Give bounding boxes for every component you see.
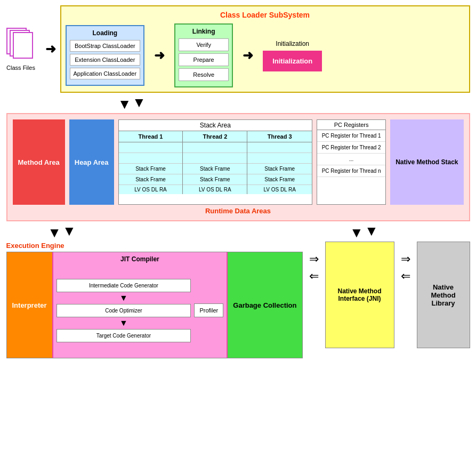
- arrow-up-2: ▲: [62, 226, 76, 239]
- ee-label: Execution Engine: [6, 242, 303, 250]
- loading-title: Loading: [70, 29, 141, 37]
- init-label: Initialization: [276, 40, 309, 47]
- class-files-icon: [6, 28, 36, 62]
- profiler: Profiler: [194, 303, 223, 317]
- resolve-item: Resolve: [179, 68, 229, 81]
- arrow-left-lib: ⇐: [401, 269, 410, 283]
- thread-2-empty-1: [183, 142, 247, 153]
- runtime-inner: Method Area Heap Area Stack Area Thread …: [13, 119, 464, 205]
- arrow-up-1: ▲: [132, 97, 146, 111]
- arrow-left-jni: ⇐: [309, 269, 319, 283]
- runtime-data-areas: Method Area Heap Area Stack Area Thread …: [6, 113, 470, 221]
- down-up-arrows-2: ▼ ▲: [12, 226, 112, 239]
- thread-col-2: Thread 2 Stack Frame Stack Frame LV OS D…: [183, 131, 247, 194]
- jit-inner: Intermediate Code Generator ▼ Code Optim…: [57, 266, 224, 355]
- thread-2-frame-2: Stack Frame: [183, 174, 247, 185]
- stack-threads: Thread 1 Stack Frame Stack Frame LV OS D…: [119, 131, 312, 194]
- stack-area-title: Stack Area: [119, 120, 312, 131]
- thread-1-empty-2: [119, 153, 183, 164]
- pc-registers: PC Registers PC Register for Thread 1 PC…: [317, 119, 386, 205]
- runtime-label: Runtime Data Areas: [13, 207, 464, 215]
- thread-3-frame-1: Stack Frame: [247, 164, 312, 174]
- jni-lib-arrows: ⇒ ⇐: [399, 242, 413, 283]
- init-box: Initialization Initialization: [263, 40, 322, 71]
- method-area: Method Area: [13, 119, 65, 205]
- arrow-right-jni: ⇒: [309, 252, 319, 266]
- file-page-3: [13, 32, 33, 59]
- double-arrow-pair: ⇒ ⇐: [309, 252, 319, 283]
- garbage-collection: Garbage Collection: [228, 252, 302, 358]
- arrow-right-lib: ⇒: [401, 252, 410, 266]
- arrow-down-1: ▼: [118, 97, 132, 111]
- thread-1-empty-1: [119, 142, 183, 153]
- thread-3-frame-2: Stack Frame: [247, 174, 312, 185]
- thread-2-frame-1: Stack Frame: [183, 164, 247, 174]
- thread-3-header: Thread 3: [247, 131, 312, 142]
- jit-step-2: Code Optimizer: [57, 304, 191, 317]
- jit-title: JIT Compiler: [57, 255, 224, 263]
- arrows-runtime-bottom: ▼ ▲ ▼ ▲: [6, 226, 470, 239]
- arrow-linking-init: ➜: [243, 48, 253, 63]
- jit-compiler: JIT Compiler Intermediate Code Generator…: [52, 252, 228, 358]
- pc-registers-title: PC Registers: [317, 120, 385, 130]
- application-loader: Application ClassLoader: [70, 68, 141, 79]
- interpreter: Interpreter: [7, 252, 52, 358]
- thread-1-header: Thread 1: [119, 131, 183, 142]
- extension-loader: Extension ClassLoader: [70, 54, 141, 66]
- classloader-box: Class Loader SubSystem Loading BootStrap…: [60, 5, 470, 93]
- arrow-to-classloader: ➜: [45, 42, 56, 57]
- jit-flow: Intermediate Code Generator ▼ Code Optim…: [57, 279, 191, 342]
- arrow-loading-linking: ➜: [154, 48, 165, 63]
- linking-title: Linking: [179, 28, 229, 35]
- pc-thread-1: PC Register for Thread 1: [317, 130, 385, 142]
- jit-step-3: Target Code Generator: [57, 329, 191, 342]
- stack-area: Stack Area Thread 1 Stack Frame Stack Fr…: [118, 119, 313, 205]
- thread-1-frame-2: Stack Frame: [119, 174, 183, 185]
- native-method-interface: Native Method Interface (JNI): [325, 242, 394, 348]
- native-method-library: Native Method Library: [417, 242, 470, 348]
- thread-col-3: Thread 3 Stack Frame Stack Frame LV OS D…: [247, 131, 312, 194]
- top-section: Class Files ➜ Class Loader SubSystem Loa…: [6, 5, 470, 93]
- prepare-item: Prepare: [179, 53, 229, 66]
- pc-ellipsis: ...: [317, 154, 385, 165]
- diagram-container: Class Files ➜ Class Loader SubSystem Loa…: [6, 5, 470, 358]
- jit-arrow-1: ▼: [119, 293, 128, 303]
- bottom-section: Execution Engine Interpreter JIT Compile…: [6, 242, 470, 358]
- native-method-stack: Native Method Stack: [390, 119, 463, 205]
- jit-arrow-2: ▼: [119, 318, 128, 328]
- init-button: Initialization: [263, 51, 322, 71]
- classloader-inner: Loading BootStrap ClassLoader Extension …: [66, 23, 465, 87]
- thread-col-1: Thread 1 Stack Frame Stack Frame LV OS D…: [119, 131, 183, 194]
- heap-area: Heap Area: [69, 119, 114, 205]
- loading-box: Loading BootStrap ClassLoader Extension …: [66, 25, 145, 86]
- arrow-down-2: ▼: [47, 226, 61, 239]
- gc-jni-arrows: ⇒ ⇐: [307, 242, 321, 283]
- thread-2-header: Thread 2: [183, 131, 247, 142]
- class-files-section: Class Files: [6, 28, 36, 71]
- down-up-arrows-3: ▼ ▲: [313, 226, 414, 239]
- down-up-arrows-1: ▼ ▲: [118, 97, 146, 111]
- bootstrap-loader: BootStrap ClassLoader: [70, 40, 141, 52]
- thread-2-lv: LV OS DL RA: [183, 185, 247, 194]
- execution-engine-wrapper: Execution Engine Interpreter JIT Compile…: [6, 242, 303, 358]
- pc-thread-2: PC Register for Thread 2: [317, 142, 385, 154]
- class-files-label: Class Files: [6, 65, 35, 71]
- arrows-classloader-runtime: ▼ ▲: [6, 97, 470, 111]
- classloader-title: Class Loader SubSystem: [66, 11, 465, 19]
- thread-2-empty-2: [183, 153, 247, 164]
- verify-item: Verify: [179, 38, 229, 51]
- jit-step-1: Intermediate Code Generator: [57, 279, 191, 292]
- thread-3-lv: LV OS DL RA: [247, 185, 312, 194]
- pc-thread-n: PC Register for Thread n: [317, 165, 385, 177]
- thread-1-lv: LV OS DL RA: [119, 185, 183, 194]
- arrow-up-3: ▲: [365, 226, 378, 239]
- thread-3-empty-2: [247, 153, 312, 164]
- double-arrow-pair-2: ⇒ ⇐: [401, 252, 410, 283]
- execution-engine-box: Interpreter JIT Compiler Intermediate Co…: [6, 252, 303, 358]
- arrow-down-3: ▼: [350, 226, 364, 239]
- thread-1-frame-1: Stack Frame: [119, 164, 183, 174]
- linking-box: Linking Verify Prepare Resolve: [174, 23, 233, 87]
- thread-3-empty-1: [247, 142, 312, 153]
